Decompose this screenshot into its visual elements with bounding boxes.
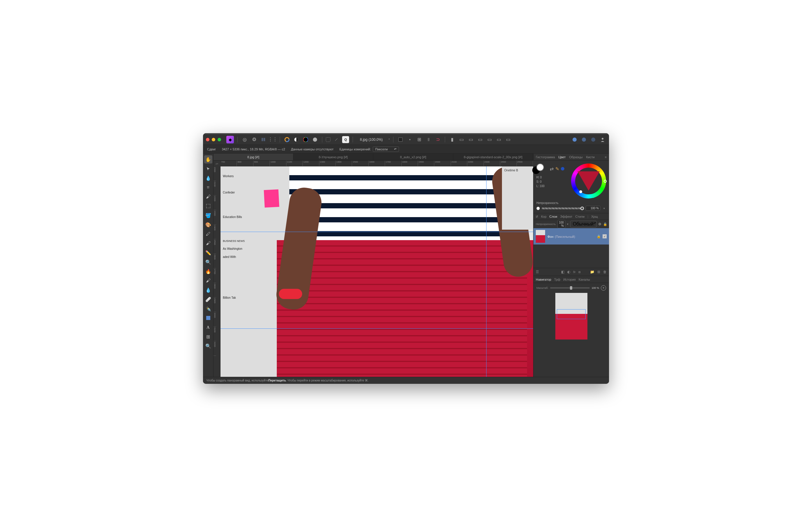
grid-icon[interactable]: ⊞	[416, 136, 423, 143]
maximize-window[interactable]	[218, 138, 221, 141]
snap-icon[interactable]: ⊃	[434, 136, 441, 143]
layer-opacity-value[interactable]: 100 %	[557, 220, 565, 228]
view-bg-icon[interactable]	[397, 136, 404, 143]
minimize-window[interactable]	[212, 138, 215, 141]
arrange-2-icon[interactable]: ▭	[467, 136, 474, 143]
tab-history[interactable]: История	[563, 278, 576, 281]
tab-hrsh[interactable]: Хрщ	[591, 215, 598, 218]
sponge-tool[interactable]: 🖌	[204, 277, 212, 285]
fx-icon[interactable]: fx	[573, 270, 576, 274]
color-picker-tool[interactable]: 💧	[204, 174, 212, 182]
tab-i[interactable]: И	[536, 215, 538, 218]
canvas[interactable]: WorkersConfederEducation BillsBUSINESS N…	[221, 166, 533, 377]
selection-tool[interactable]	[204, 202, 212, 210]
pen-tool[interactable]: ✒️	[204, 305, 212, 313]
dodge-tool[interactable]: 🔥	[204, 267, 212, 275]
brush-tool[interactable]: 🖌	[204, 193, 212, 201]
smudge-tool[interactable]: 🖌	[204, 239, 212, 247]
healing-tool[interactable]: 🩹	[204, 295, 212, 303]
zoom-in-icon[interactable]: +	[601, 285, 606, 291]
text-tool[interactable]: A	[204, 323, 212, 331]
doc-tab-3[interactable]: 8-gigapixel-standard-scale-2_00x.png [И]	[453, 154, 533, 160]
layer-visible-checkbox[interactable]: ✓	[603, 234, 607, 238]
layer-settings-icon[interactable]: ⚙	[598, 222, 602, 226]
navigator-thumbnail[interactable]	[555, 293, 587, 339]
layer-lock-icon[interactable]: 🔒	[603, 222, 607, 226]
tab-styles[interactable]: Стили	[575, 215, 584, 218]
doc-tab-0[interactable]: 8.jpg [И]	[213, 154, 293, 160]
tab-transform[interactable]: Трф	[554, 278, 560, 281]
arrange-1-icon[interactable]: ▭	[458, 136, 465, 143]
ruler-unit[interactable]: px	[213, 160, 221, 166]
tab-histogram[interactable]: Гистограмма	[536, 155, 555, 159]
move-tool[interactable]	[204, 165, 212, 173]
clone-tool[interactable]: 🔍	[204, 258, 212, 266]
tab-navigator[interactable]: Навигатор	[536, 278, 551, 281]
eyedropper-icon[interactable]: ✎	[555, 166, 559, 172]
units-select[interactable]: Пиксели▴▾	[373, 147, 399, 152]
layer-row[interactable]: Фон (Пиксельный) 🔒 ✓	[533, 228, 609, 244]
add-layer-icon[interactable]: ⊞	[597, 270, 600, 274]
assist-1-icon[interactable]	[571, 136, 578, 143]
arrange-5-icon[interactable]: ▭	[495, 136, 502, 143]
doc-tab-2[interactable]: 8_auto_x2.png [И]	[373, 154, 453, 160]
persona-photo-icon[interactable]: ◎	[241, 136, 248, 143]
eraser-tool[interactable]: ✏️	[204, 249, 212, 257]
gradient-tool[interactable]: 🎨	[204, 221, 212, 229]
flood-tool[interactable]: 🪣	[204, 211, 212, 219]
arrange-3-icon[interactable]: ▭	[476, 136, 484, 143]
arrange-4-icon[interactable]: ▭	[486, 136, 493, 143]
opacity-value[interactable]: 100 %	[586, 206, 600, 211]
shape-tool[interactable]	[204, 314, 212, 322]
arrange-back-icon[interactable]: ▮	[448, 136, 456, 143]
arrange-6-icon[interactable]: ▭	[504, 136, 512, 143]
close-window[interactable]	[206, 138, 209, 141]
folder-icon[interactable]: 📁	[590, 270, 594, 274]
adjustment-color-icon[interactable]	[302, 136, 309, 143]
ruler-vertical[interactable]: 2000210022002300240025002600270028002900…	[213, 166, 221, 377]
crop-layer-icon[interactable]: ⧈	[578, 270, 581, 274]
selection-refine-icon[interactable]: ⟋	[333, 136, 340, 143]
layer-group-icon[interactable]: ☰	[536, 270, 539, 274]
swap-colors-icon[interactable]: ⇄	[550, 166, 554, 172]
adjustment-soft-icon[interactable]	[312, 136, 319, 143]
hand-tool[interactable]: ✋	[204, 155, 212, 163]
guides-icon[interactable]: ⫴	[425, 136, 432, 143]
persona-tone-icon[interactable]: ⋮⋮	[269, 136, 276, 143]
tab-layers[interactable]: Слои	[550, 215, 557, 218]
selection-marquee-icon[interactable]	[326, 137, 330, 142]
ruler-horizontal[interactable]: 7008009001000110012001300140015001600170…	[221, 160, 533, 166]
crop-tool[interactable]: ⌗	[204, 183, 212, 191]
opacity-slider[interactable]	[542, 208, 584, 209]
blend-mode-select[interactable]: Обычный▴▾	[570, 221, 597, 227]
opacity-dd[interactable]: ▾	[602, 207, 606, 210]
persona-develop-icon[interactable]: ⦀⦀	[260, 136, 267, 143]
panel-menu-icon[interactable]: ≡	[605, 155, 607, 159]
blur-tool[interactable]: 💧	[204, 286, 212, 294]
adjust-icon[interactable]: ◐	[567, 270, 570, 274]
tab-cor[interactable]: Кор	[541, 215, 547, 218]
tab-effects[interactable]: Эффект	[560, 215, 572, 218]
persona-liquify-icon[interactable]: ❂	[251, 136, 258, 143]
adjustment-bw-icon[interactable]	[293, 136, 300, 143]
adjustment-hsv-icon[interactable]	[284, 136, 290, 143]
view-bg-dd[interactable]: ▾	[406, 136, 413, 143]
tab-swatches[interactable]: Образцы	[569, 155, 582, 159]
doc-tab-1[interactable]: 8-Улучшено.png [И]	[293, 154, 373, 160]
tab-brushes[interactable]: Кисти	[586, 155, 594, 159]
tab-channels[interactable]: Каналы	[579, 278, 590, 281]
zoom-tool[interactable]: 🔍	[204, 342, 212, 350]
account-icon[interactable]	[599, 136, 606, 143]
recent-color[interactable]	[561, 167, 564, 171]
tab-color[interactable]: Цвет	[558, 155, 566, 159]
layer-lock-badge[interactable]: 🔒	[597, 235, 601, 238]
delete-layer-icon[interactable]: 🗑	[603, 270, 607, 274]
fg-color-swatch[interactable]	[536, 163, 544, 171]
assist-3-icon[interactable]	[590, 136, 597, 143]
color-wheel[interactable]	[571, 163, 606, 199]
pencil-tool[interactable]: 🖊	[204, 230, 212, 238]
mask-icon[interactable]: ◧	[561, 270, 564, 274]
nav-zoom-slider[interactable]	[550, 287, 590, 288]
assist-2-icon[interactable]	[580, 136, 587, 143]
quick-mask-icon[interactable]: Q	[342, 136, 349, 143]
